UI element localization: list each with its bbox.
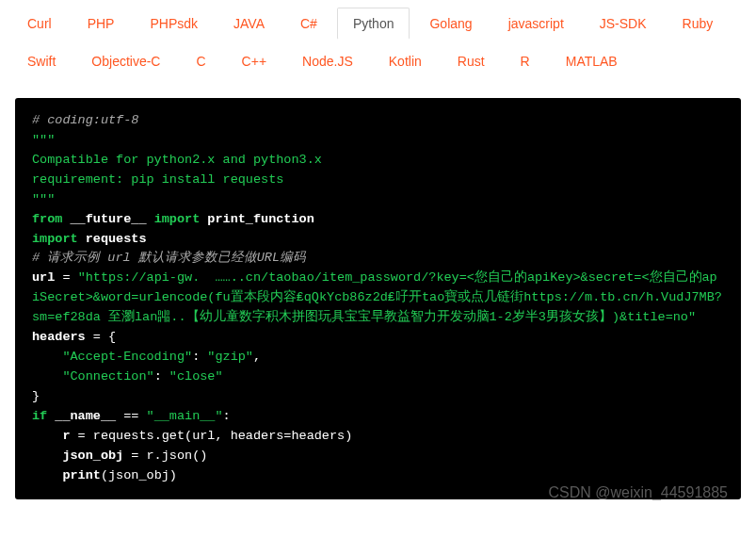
var-url: url xyxy=(32,270,55,285)
string-url: "https://api-gw. ……..cn/taobao/item_pass… xyxy=(32,270,722,324)
tab-javascript[interactable]: javascript xyxy=(492,8,580,40)
tab-row-1: CurlPHPPHPsdkJAVAC#PythonGolangjavascrip… xyxy=(11,8,745,40)
var-headers: headers xyxy=(32,330,86,344)
module-requests: requests xyxy=(86,232,147,246)
kw-from: from xyxy=(32,212,62,226)
tab-c-[interactable]: C# xyxy=(284,8,333,40)
string-main: "__main__" xyxy=(147,409,223,423)
op-eq: == xyxy=(116,409,146,423)
ident-print-function: print_function xyxy=(207,212,314,226)
comma: , xyxy=(253,350,261,364)
docstring-close: """ xyxy=(32,192,55,206)
tab-golang[interactable]: Golang xyxy=(413,8,488,40)
brace-close: } xyxy=(32,389,40,403)
colon: : xyxy=(223,409,231,423)
colon-sep: : xyxy=(154,369,169,384)
tab-python[interactable]: Python xyxy=(337,8,410,40)
tab-curl[interactable]: Curl xyxy=(11,8,68,40)
language-tabs: CurlPHPPHPsdkJAVAC#PythonGolangjavascrip… xyxy=(0,0,756,90)
kw-import: import xyxy=(154,212,201,226)
func-print: print xyxy=(62,468,101,482)
comment-coding: # coding:utf-8 xyxy=(32,113,138,127)
header-key: "Connection" xyxy=(62,369,153,384)
docstring-open: """ xyxy=(32,133,55,147)
op-assign: = xyxy=(55,270,77,285)
tab-objective-c[interactable]: Objective-C xyxy=(75,45,176,77)
tab-kotlin[interactable]: Kotlin xyxy=(373,45,438,77)
header-val: "gzip" xyxy=(207,350,253,364)
call-requests-get: = requests.get(url, headers=headers) xyxy=(71,429,353,443)
tab-node-js[interactable]: Node.JS xyxy=(286,45,369,77)
print-args: (json_obj) xyxy=(101,468,177,482)
tab-js-sdk[interactable]: JS-SDK xyxy=(584,8,663,40)
docstring-line: Compatible for python2.x and python3.x xyxy=(32,153,322,167)
tab-row-2: SwiftObjective-CCC++Node.JSKotlinRustRMA… xyxy=(11,45,745,77)
module-future: __future__ xyxy=(71,212,147,226)
header-val: "close" xyxy=(169,369,223,384)
brace-open: = { xyxy=(86,330,116,344)
tab-c-[interactable]: C++ xyxy=(226,45,282,77)
tab-matlab[interactable]: MATLAB xyxy=(550,45,634,77)
kw-if: if xyxy=(32,409,47,423)
header-key: "Accept-Encoding" xyxy=(62,350,192,364)
tab-ruby[interactable]: Ruby xyxy=(667,8,730,40)
code-sample[interactable]: # coding:utf-8 """ Compatible for python… xyxy=(15,98,741,499)
var-json-obj: json_obj xyxy=(62,449,123,463)
tab-phpsdk[interactable]: PHPsdk xyxy=(134,8,214,40)
tab-c[interactable]: C xyxy=(180,45,221,77)
kw-import: import xyxy=(32,232,78,246)
comment-url: # 请求示例 url 默认请求参数已经做URL编码 xyxy=(32,251,306,265)
tab-java[interactable]: JAVA xyxy=(217,8,281,40)
tab-swift[interactable]: Swift xyxy=(11,45,72,77)
dunder-name: __name__ xyxy=(55,409,116,423)
docstring-line: requirement: pip install requests xyxy=(32,172,283,187)
var-r: r xyxy=(62,429,70,443)
tab-r[interactable]: R xyxy=(505,45,546,77)
call-r-json: = r.json() xyxy=(123,449,207,463)
colon-sep: : xyxy=(192,350,207,364)
tab-rust[interactable]: Rust xyxy=(442,45,501,77)
tab-php[interactable]: PHP xyxy=(72,8,131,40)
